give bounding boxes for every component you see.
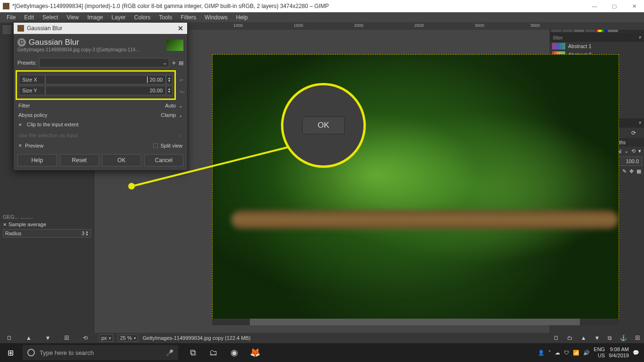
presets-label: Presets: [17, 60, 36, 66]
close-button[interactable]: ✕ [624, 0, 644, 12]
clip-label: Clip to the input extent [27, 122, 78, 127]
opacity-value[interactable]: 100.0 [626, 158, 639, 164]
people-icon[interactable]: 👤 [538, 350, 545, 356]
gradient-item[interactable]: Abstract 1 [550, 42, 644, 50]
abyss-value[interactable]: Clamp [161, 112, 176, 118]
menu-file[interactable]: File [3, 13, 19, 22]
menu-windows[interactable]: Windows [201, 13, 231, 22]
unit-selector[interactable]: px ▾ [99, 334, 113, 342]
footer-icon[interactable]: ▼ [45, 335, 50, 341]
footer-icon[interactable]: ▲ [26, 335, 32, 341]
chrome-icon[interactable]: ◉ [224, 343, 244, 362]
menu-layer[interactable]: Layer [108, 13, 130, 22]
system-tray: 👤 ˄ ☁ 🛡 📶 🔊 ENG US 9:08 AM 9/4/2019 💬 [533, 346, 644, 359]
file-explorer-icon[interactable]: 🗂 [204, 343, 223, 362]
size-y-spinner[interactable]: ▲▼ [166, 86, 173, 95]
new-layer-icon[interactable]: 🗋 [553, 335, 559, 341]
onedrive-icon[interactable]: ☁ [555, 350, 560, 356]
dialog-preview-thumb [166, 40, 183, 51]
task-view-icon[interactable]: ⧉ [183, 343, 203, 362]
splitview-checkbox-row[interactable]: Split view [153, 143, 182, 148]
checkbox-checked-icon [18, 122, 24, 127]
lock-pixels-icon[interactable]: ✎ [622, 168, 627, 174]
image-canvas[interactable] [212, 54, 619, 321]
raise-layer-icon[interactable]: ▲ [581, 335, 586, 341]
menu-select[interactable]: Select [39, 13, 62, 22]
menu-filters[interactable]: Filters [177, 13, 200, 22]
size-y-input[interactable]: 20.00 [45, 86, 166, 95]
anchor-layer-icon[interactable]: ⚓ [620, 335, 627, 341]
help-button[interactable]: Help [17, 154, 57, 166]
chevron-down-icon[interactable]: ⌄ [624, 148, 628, 154]
menu-view[interactable]: View [63, 13, 83, 22]
layer-group-icon[interactable]: 🗀 [567, 335, 573, 341]
duplicate-layer-icon[interactable]: ⧉ [608, 335, 612, 341]
volume-icon[interactable]: 🔊 [583, 350, 590, 356]
lang-region[interactable]: US [598, 353, 605, 358]
chain-link-bottom-icon[interactable]: ⌙ [180, 87, 185, 95]
abyss-label: Abyss policy [18, 112, 47, 118]
reset-mode-icon[interactable]: ⟲ [631, 148, 636, 154]
taskbar-search[interactable]: Type here to search 🎤 [23, 345, 178, 360]
minimize-button[interactable]: — [585, 0, 604, 12]
size-x-spinner[interactable]: ▲▼ [166, 75, 173, 84]
maximize-button[interactable]: ▢ [604, 0, 624, 12]
add-preset-icon[interactable]: + [172, 59, 176, 66]
notifications-icon[interactable]: 💬 [633, 350, 639, 356]
size-x-input[interactable]: 20.00 [45, 75, 166, 84]
footer-icon[interactable]: 🗋 [7, 335, 12, 341]
dialog-close-button[interactable]: ✕ [178, 25, 183, 32]
filter-value[interactable]: Auto [165, 103, 176, 108]
ok-button[interactable]: OK [102, 154, 141, 166]
lower-layer-icon[interactable]: ▼ [594, 335, 600, 341]
radius-value[interactable]: 3 [82, 230, 84, 236]
security-icon[interactable]: 🛡 [564, 350, 569, 355]
chevron-down-icon[interactable]: ▾ [638, 148, 641, 154]
tray-chevron-icon[interactable]: ˄ [548, 350, 551, 356]
footer-icon[interactable]: ⟲ [83, 335, 88, 341]
splitview-label: Split view [161, 143, 182, 148]
chain-link-top-icon[interactable]: ⌐ [180, 76, 185, 83]
tool-icon[interactable] [2, 25, 12, 35]
dialog-titlebar[interactable]: Gaussian Blur ✕ [14, 23, 187, 34]
delete-layer-icon[interactable]: ☒ [635, 335, 640, 341]
reset-button[interactable]: Reset [60, 154, 99, 166]
search-placeholder: Type here to search [40, 349, 94, 356]
refresh-gradient-icon[interactable]: ⟳ [631, 130, 636, 136]
window-titlebar: *[GettyImages-1149999834] (imported)-1.0… [0, 0, 644, 12]
menu-help[interactable]: Help [232, 13, 252, 22]
lock-alpha-icon[interactable]: ▦ [636, 168, 641, 174]
lang-code[interactable]: ENG [594, 346, 605, 352]
cancel-button[interactable]: Cancel [144, 154, 184, 166]
radius-spinner[interactable]: ▲▼ [85, 230, 89, 236]
start-button[interactable]: ⊞ [0, 343, 21, 362]
clip-checkbox-row[interactable]: Clip to the input extent [14, 120, 187, 129]
windows-taskbar: ⊞ Type here to search 🎤 ⧉ 🗂 ◉ 🦊 👤 ˄ ☁ 🛡 … [0, 343, 644, 362]
mic-icon[interactable]: 🎤 [166, 349, 173, 356]
horizontal-scrollbar[interactable] [212, 319, 619, 325]
zoom-selector[interactable]: 25 % ▾ [118, 334, 138, 342]
chevron-down-icon: ⌄ [178, 132, 182, 138]
close-icon[interactable]: ✕ [3, 222, 7, 227]
size-y-label: Size Y [19, 86, 45, 95]
footer-icon[interactable]: ☒ [64, 335, 69, 341]
menu-image[interactable]: Image [83, 13, 107, 22]
manage-presets-icon[interactable]: ▤ [179, 60, 183, 66]
menu-tools[interactable]: Tools [155, 13, 176, 22]
menu-edit[interactable]: Edit [20, 13, 38, 22]
menu-colors[interactable]: Colors [131, 13, 155, 22]
annotation-dot [128, 183, 135, 189]
presets-dropdown[interactable]: ⌄ [39, 58, 169, 67]
clock[interactable]: 9:08 AM 9/4/2019 [609, 346, 629, 359]
radius-label: Radius [5, 230, 21, 236]
filter-input[interactable]: filter▾ [550, 33, 644, 42]
tool-options: GEG... ......... ✕Sample average Radius … [0, 211, 94, 240]
preview-checkbox-row[interactable]: ✕ Preview [18, 143, 43, 148]
lock-position-icon[interactable]: ✥ [629, 168, 634, 174]
app-icon [3, 3, 9, 9]
chevron-down-icon[interactable]: ⌄ [179, 113, 182, 118]
annotation-zoom-circle: OK [281, 83, 366, 168]
gimp-taskbar-icon[interactable]: 🦊 [245, 343, 265, 362]
chevron-down-icon[interactable]: ⌄ [179, 103, 182, 108]
wifi-icon[interactable]: 📶 [573, 350, 579, 356]
